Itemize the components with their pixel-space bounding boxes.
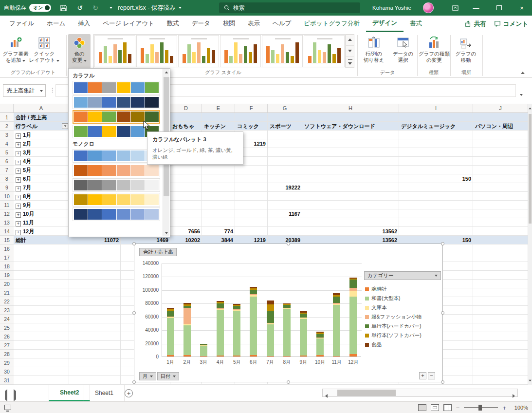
bar-segment[interactable] (316, 338, 324, 355)
bar-segment[interactable] (250, 297, 257, 356)
axis-field-button-month[interactable]: 月 (139, 372, 156, 380)
bar-segment[interactable] (167, 317, 174, 318)
zoom-slider[interactable] (464, 407, 498, 408)
row-header-2[interactable]: 2 (0, 122, 14, 131)
bar-segment[interactable] (233, 304, 240, 305)
bar-segment[interactable] (333, 303, 340, 303)
bar-segment[interactable] (217, 310, 224, 356)
bar-segment[interactable] (233, 305, 240, 306)
chart-selection-handle[interactable] (132, 380, 136, 384)
column-field-D[interactable]: おもちゃ (170, 122, 202, 131)
palette-row[interactable] (73, 193, 160, 206)
bar-segment[interactable] (167, 309, 174, 311)
bar-segment[interactable] (316, 355, 324, 357)
bar-segment[interactable] (316, 332, 324, 333)
bar-segment[interactable] (300, 318, 307, 319)
bar-segment[interactable] (217, 303, 224, 308)
bar-segment[interactable] (167, 311, 174, 317)
column-field-G[interactable]: スポーツ (268, 122, 302, 131)
row-header-22[interactable]: 22 (0, 297, 14, 306)
row-label-12月[interactable]: +12月 (14, 227, 69, 236)
row-header-9[interactable]: 9 (0, 183, 14, 192)
row-header-7[interactable]: 7 (0, 166, 14, 174)
bar-segment[interactable] (267, 323, 274, 324)
close-button[interactable]: × (514, 0, 529, 16)
autosave-toggle[interactable]: 自動保存 オン (4, 0, 51, 16)
chart-collapse-button[interactable]: − (428, 372, 435, 379)
row-header-21[interactable]: 21 (0, 288, 14, 297)
ribbon-tab-校閲[interactable]: 校閲 (217, 16, 241, 32)
row-header-24[interactable]: 24 (0, 315, 14, 323)
change-chart-type-button[interactable]: グラフの種類 の変更 (419, 34, 450, 71)
bar-segment[interactable] (283, 305, 291, 307)
new-sheet-button[interactable]: + (125, 389, 133, 397)
palette-row[interactable] (73, 207, 160, 221)
scroll-left-icon[interactable] (325, 391, 328, 400)
pivot-chart[interactable]: 合計 / 売上高 1月2月3月4月5月6月7月8月9月10月11月12月 カテゴ… (134, 244, 443, 382)
bar-segment[interactable] (217, 301, 224, 302)
select-all-corner[interactable] (0, 104, 14, 113)
bar-segment[interactable] (167, 355, 174, 357)
formula-bar-expand-icon[interactable] (520, 89, 523, 98)
vertical-scrollbar[interactable] (528, 104, 532, 385)
grid-cell-H14[interactable]: 13562 (302, 227, 399, 236)
bar-segment[interactable] (167, 317, 174, 317)
bar-segment[interactable] (233, 306, 240, 309)
name-box-dropdown-icon[interactable] (40, 90, 43, 92)
share-button[interactable]: 共有 (465, 20, 486, 28)
horizontal-scroll-thumb[interactable] (337, 390, 396, 396)
row-header-15[interactable]: 15 (0, 236, 14, 244)
bar-segment[interactable] (316, 334, 324, 338)
row-label-1月[interactable]: +1月 (14, 131, 69, 139)
bar-segment[interactable] (267, 324, 274, 357)
expand-icon[interactable]: + (16, 230, 21, 235)
bar-segment[interactable] (217, 309, 224, 310)
expand-icon[interactable]: + (16, 160, 21, 165)
ribbon-tab-データ[interactable]: データ (185, 16, 217, 32)
ribbon-tab-ホーム[interactable]: ホーム (40, 16, 72, 32)
search-input[interactable]: 検索 (219, 2, 360, 13)
ribbon-tab-表示[interactable]: 表示 (241, 16, 266, 32)
legend-field-button[interactable]: カテゴリー (364, 271, 441, 280)
palette-row[interactable] (73, 178, 160, 192)
column-header-F[interactable]: F (235, 104, 268, 113)
bar-segment[interactable] (233, 311, 240, 356)
comments-button[interactable]: コメント (494, 20, 528, 28)
bar-segment[interactable] (333, 304, 340, 305)
grand-total-label-cell[interactable]: 総計 (14, 236, 69, 244)
bar-segment[interactable] (349, 288, 357, 291)
bar-segment[interactable] (349, 279, 357, 280)
expand-icon[interactable]: + (16, 151, 21, 156)
chart-style-thumbnail[interactable] (94, 35, 135, 67)
row-header-29[interactable]: 29 (0, 358, 14, 367)
column-header-D[interactable]: D (170, 104, 202, 113)
scroll-right-icon[interactable] (513, 391, 515, 400)
bar-segment[interactable] (283, 308, 291, 308)
chart-style-thumbnail[interactable] (220, 35, 261, 67)
row-header-19[interactable]: 19 (0, 271, 14, 280)
zoom-level[interactable]: 100% (511, 405, 528, 411)
chart-style-thumbnail[interactable] (178, 35, 219, 67)
grid-cell-D14[interactable]: 7656 (170, 227, 202, 236)
ribbon-tab-ピボットグラフ分析[interactable]: ピボットグラフ分析 (297, 16, 366, 32)
accessibility-status-icon[interactable] (4, 405, 11, 410)
bar-segment[interactable] (267, 311, 274, 323)
expand-icon[interactable]: + (16, 142, 21, 148)
bar-segment[interactable] (217, 308, 224, 309)
zoom-in-button[interactable]: + (502, 404, 506, 412)
row-header-27[interactable]: 27 (0, 341, 14, 350)
vertical-scroll-thumb[interactable] (529, 114, 532, 224)
autosave-switch[interactable]: オン (29, 4, 51, 12)
ribbon-tab-ページ レイアウト[interactable]: ページ レイアウト (96, 16, 161, 32)
bar-segment[interactable] (267, 300, 274, 304)
ribbon-display-options-icon[interactable] (448, 0, 462, 16)
chart-selection-handle[interactable] (132, 311, 136, 315)
bar-segment[interactable] (300, 314, 307, 318)
chart-style-thumbnail[interactable] (136, 35, 177, 67)
legend-item[interactable]: 食品 (365, 340, 441, 349)
row-labels-cell[interactable]: 行ラベル (14, 122, 69, 131)
row-header-26[interactable]: 26 (0, 332, 14, 341)
bar-segment[interactable] (200, 346, 207, 356)
row-header-25[interactable]: 25 (0, 323, 14, 332)
row-header-20[interactable]: 20 (0, 280, 14, 288)
